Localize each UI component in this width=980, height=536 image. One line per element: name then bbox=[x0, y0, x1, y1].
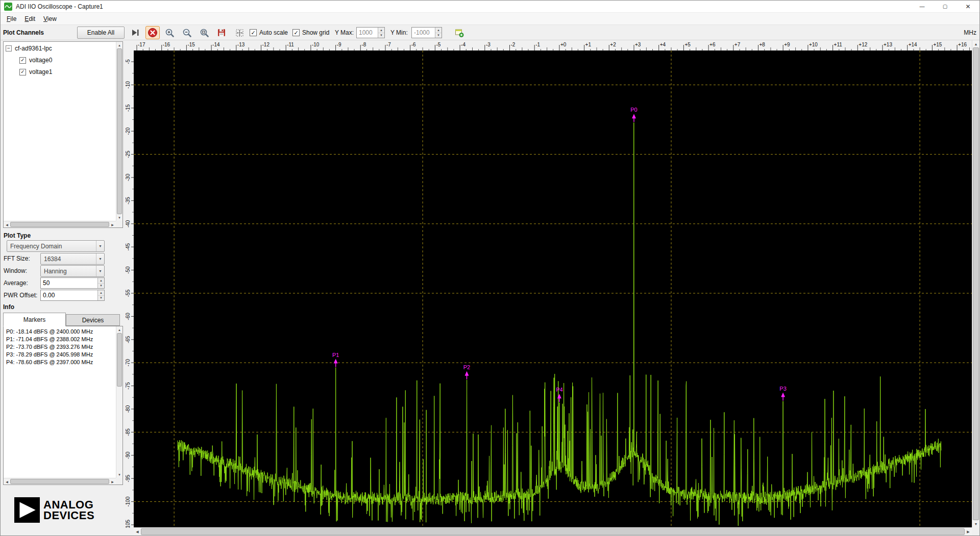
average-field[interactable] bbox=[40, 277, 105, 289]
svg-text:+14: +14 bbox=[909, 42, 917, 47]
fft-size-select[interactable]: 16384 ▼ bbox=[40, 253, 105, 265]
markers-horizontal-scrollbar[interactable]: ◀ ▶ bbox=[4, 478, 116, 484]
fullscreen-button[interactable] bbox=[232, 26, 247, 39]
fullscreen-icon bbox=[235, 28, 244, 38]
auto-scale-checkbox[interactable]: ✓ bbox=[250, 29, 257, 36]
menu-file[interactable]: File bbox=[3, 14, 20, 24]
spin-down-icon[interactable]: ▼ bbox=[98, 296, 104, 301]
svg-text:-4: -4 bbox=[461, 42, 465, 47]
menu-edit[interactable]: Edit bbox=[20, 14, 39, 24]
svg-text:-70: -70 bbox=[126, 359, 131, 367]
marker-P1: P1 bbox=[332, 352, 339, 367]
show-grid-checkbox[interactable]: ✓ bbox=[292, 29, 300, 36]
svg-text:-55: -55 bbox=[126, 289, 131, 297]
scroll-right-icon[interactable]: ▶ bbox=[965, 528, 972, 535]
plot-type-select[interactable]: Frequency Domain ▼ bbox=[7, 240, 105, 252]
svg-text:+0: +0 bbox=[560, 42, 567, 47]
scroll-up-icon[interactable]: ▲ bbox=[116, 42, 122, 48]
channel-row-voltage1[interactable]: ✓ voltage1 bbox=[19, 67, 52, 76]
svg-text:+8: +8 bbox=[760, 42, 766, 47]
voltage1-checkbox[interactable]: ✓ bbox=[19, 69, 26, 75]
new-capture-button[interactable] bbox=[452, 26, 466, 39]
markers-vertical-scrollbar[interactable]: ▲ ▼ bbox=[116, 326, 122, 478]
marker-P4: P4 bbox=[556, 387, 562, 402]
average-spinbox: ▲▼ bbox=[40, 277, 105, 289]
svg-text:-105: -105 bbox=[126, 520, 131, 528]
close-button[interactable]: ✕ bbox=[957, 1, 979, 12]
svg-text:+3: +3 bbox=[635, 42, 641, 47]
show-grid-option: ✓ Show grid bbox=[292, 25, 329, 40]
spectrum-plot[interactable]: P0P1P2P3P4 bbox=[134, 50, 973, 528]
svg-text:+12: +12 bbox=[859, 42, 867, 47]
svg-text:-1: -1 bbox=[535, 42, 540, 47]
spin-up-icon[interactable]: ▲ bbox=[98, 278, 104, 284]
chevron-down-icon: ▼ bbox=[96, 266, 104, 276]
y-min-spinbox: ▲▼ bbox=[411, 27, 442, 38]
pwr-offset-field[interactable] bbox=[40, 290, 105, 301]
spin-up-icon[interactable]: ▲ bbox=[378, 28, 384, 33]
fft-size-label: FFT Size: bbox=[4, 255, 30, 262]
scroll-up-icon[interactable]: ▲ bbox=[972, 40, 979, 47]
svg-text:-7: -7 bbox=[386, 42, 391, 47]
minimize-button[interactable]: — bbox=[911, 1, 934, 12]
scroll-down-icon[interactable]: ▼ bbox=[116, 471, 122, 478]
scroll-down-icon[interactable]: ▼ bbox=[116, 214, 122, 221]
spin-up-icon[interactable]: ▲ bbox=[98, 290, 104, 296]
titlebar: ADI IIO Oscilloscope - Capture1 — ▢ ✕ bbox=[1, 1, 979, 13]
tab-markers[interactable]: Markers bbox=[3, 313, 66, 326]
zoom-in-button[interactable] bbox=[162, 26, 177, 39]
svg-text:-5: -5 bbox=[126, 59, 131, 64]
spin-down-icon[interactable]: ▼ bbox=[435, 33, 442, 38]
voltage0-checkbox[interactable]: ✓ bbox=[19, 57, 26, 64]
spin-up-icon[interactable]: ▲ bbox=[435, 28, 442, 33]
svg-text:+7: +7 bbox=[734, 42, 741, 47]
scroll-right-icon[interactable]: ▶ bbox=[109, 221, 116, 227]
tree-horizontal-scrollbar[interactable]: ◀ ▶ bbox=[4, 221, 116, 227]
scrollbar-thumb[interactable] bbox=[10, 222, 109, 227]
markers-panel: P0: -18.14 dBFS @ 2400.000 MHz P1: -71.0… bbox=[3, 326, 123, 485]
svg-text:-45: -45 bbox=[126, 243, 131, 251]
scroll-left-icon[interactable]: ◀ bbox=[4, 478, 10, 484]
tab-devices[interactable]: Devices bbox=[66, 314, 120, 326]
scrollbar-thumb[interactable] bbox=[141, 528, 965, 535]
zoom-fit-icon bbox=[200, 28, 209, 38]
stop-capture-button[interactable] bbox=[145, 26, 160, 39]
plot-channels-label: Plot Channels bbox=[3, 25, 44, 40]
svg-text:-11: -11 bbox=[287, 42, 294, 47]
device-name: cf-ad9361-lpc bbox=[15, 45, 52, 52]
scrollbar-thumb[interactable] bbox=[973, 47, 979, 520]
channel-label: voltage0 bbox=[29, 57, 52, 64]
tree-device-row[interactable]: − cf-ad9361-lpc bbox=[6, 44, 52, 53]
channel-row-voltage0[interactable]: ✓ voltage0 bbox=[19, 56, 52, 65]
svg-text:-15: -15 bbox=[126, 104, 131, 112]
zoom-fit-button[interactable] bbox=[197, 26, 211, 39]
spin-down-icon[interactable]: ▼ bbox=[98, 284, 104, 289]
svg-text:P4: P4 bbox=[556, 387, 562, 393]
svg-text:-35: -35 bbox=[126, 197, 131, 205]
spin-down-icon[interactable]: ▼ bbox=[378, 33, 384, 38]
scroll-left-icon[interactable]: ◀ bbox=[134, 528, 141, 535]
pwr-offset-spinbox: ▲▼ bbox=[40, 290, 105, 301]
plot-horizontal-scrollbar[interactable]: ◀ ▶ bbox=[134, 527, 972, 535]
capture-play-button[interactable] bbox=[128, 26, 142, 39]
enable-all-button[interactable]: Enable All bbox=[77, 27, 125, 39]
maximize-button[interactable]: ▢ bbox=[934, 1, 957, 12]
chevron-down-icon: ▼ bbox=[96, 253, 104, 264]
scroll-up-icon[interactable]: ▲ bbox=[116, 326, 122, 333]
window-controls: — ▢ ✕ bbox=[911, 1, 979, 12]
window-select[interactable]: Hanning ▼ bbox=[40, 265, 105, 277]
expander-icon[interactable]: − bbox=[6, 45, 12, 52]
plot-vertical-scrollbar[interactable]: ▲ ▼ bbox=[972, 40, 979, 527]
scroll-right-icon[interactable]: ▶ bbox=[109, 478, 116, 484]
svg-text:-15: -15 bbox=[187, 42, 195, 47]
save-plot-button[interactable] bbox=[214, 26, 229, 39]
marker-list-item: P1: -71.04 dBFS @ 2388.002 MHz bbox=[4, 336, 115, 343]
scroll-left-icon[interactable]: ◀ bbox=[4, 221, 10, 227]
scrollbar-thumb[interactable] bbox=[117, 48, 122, 214]
tree-vertical-scrollbar[interactable]: ▲ ▼ bbox=[116, 42, 122, 221]
scroll-down-icon[interactable]: ▼ bbox=[972, 520, 979, 527]
zoom-out-button[interactable] bbox=[180, 26, 194, 39]
scrollbar-thumb[interactable] bbox=[117, 333, 122, 387]
menu-view[interactable]: View bbox=[39, 14, 61, 24]
scrollbar-thumb[interactable] bbox=[10, 479, 109, 484]
